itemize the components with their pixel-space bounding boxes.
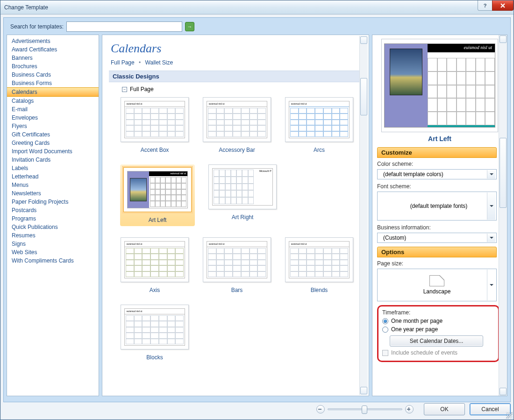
section-customize: Customize (377, 147, 497, 158)
color-scheme-combo[interactable]: (default template colors) (377, 169, 497, 179)
page-size-label: Page size: (377, 260, 497, 267)
sidebar-item-award-certificates[interactable]: Award Certificates (7, 45, 99, 54)
preview-header: euismod nisl ut (428, 44, 495, 52)
font-scheme-value: (default template fonts) (410, 203, 468, 209)
dialog-body: Search for templates: AdvertisementsAwar… (3, 17, 511, 402)
zoom-out-icon[interactable] (316, 405, 325, 413)
template-caption: Art Right (232, 214, 254, 221)
sidebar-item-advertisements[interactable]: Advertisements (7, 37, 99, 45)
template-blocks[interactable]: euismod nisl utBlocks (120, 305, 189, 361)
color-scheme-value: (default template colors) (383, 171, 443, 178)
subtype-fullpage[interactable]: Full Page (111, 59, 135, 66)
template-axis[interactable]: euismod nisl utAxis (120, 237, 189, 293)
collapse-minus-icon: − (122, 87, 127, 92)
zoom-slider[interactable] (328, 408, 402, 410)
sidebar-item-web-sites[interactable]: Web Sites (7, 248, 99, 256)
sidebar-item-newsletters[interactable]: Newsletters (7, 189, 99, 198)
sidebar-item-business-forms[interactable]: Business Forms (7, 79, 99, 87)
radio-month-per-page[interactable]: One month per page (382, 318, 494, 324)
preview-box: euismod nisl ut (381, 39, 498, 132)
sidebar-item-labels[interactable]: Labels (7, 164, 99, 172)
search-go-button[interactable] (185, 22, 194, 31)
help-button[interactable] (478, 0, 493, 11)
sidebar-item-envelopes[interactable]: Envelopes (7, 114, 99, 122)
sidebar-item-import-word-documents[interactable]: Import Word Documents (7, 147, 99, 156)
font-scheme-label: Font scheme: (377, 183, 497, 190)
sidebar-item-invitation-cards[interactable]: Invitation Cards (7, 156, 99, 164)
template-caption: Blends (311, 287, 328, 293)
template-caption: Arcs (314, 147, 325, 153)
sidebar-item-menus[interactable]: Menus (7, 181, 99, 189)
chevron-down-icon (487, 234, 495, 242)
preview-thumbnail: euismod nisl ut (384, 43, 495, 128)
sidebar-item-calendars[interactable]: Calendars (7, 87, 99, 97)
color-scheme-label: Color scheme: (377, 161, 497, 167)
resize-grip-icon[interactable] (506, 412, 513, 419)
template-accent-box[interactable]: euismod nisl utAccent Box (120, 97, 189, 153)
chevron-down-icon (487, 170, 495, 178)
template-art-left[interactable]: euismod nisl utArt Left (120, 164, 195, 226)
sidebar-item-brochures[interactable]: Brochures (7, 62, 99, 71)
chevron-down-icon (487, 192, 495, 220)
template-art-right[interactable]: Microsoft ITArt Right (208, 164, 277, 226)
sidebar-item-signs[interactable]: Signs (7, 240, 99, 248)
sidebar-item-resumes[interactable]: Resumes (7, 231, 99, 240)
cancel-button[interactable]: Cancel (470, 403, 511, 415)
window-title: Change Template (4, 4, 48, 11)
radio-icon (382, 327, 388, 333)
preview-title: Art Left (377, 135, 502, 142)
business-info-label: Business information: (377, 224, 497, 231)
radio-year-per-page[interactable]: One year per page (382, 326, 494, 333)
sidebar-item-letterhead[interactable]: Letterhead (7, 172, 99, 181)
thumbnail-grid: euismod nisl utAccent Boxeuismod nisl ut… (120, 97, 354, 361)
category-sidebar: AdvertisementsAward CertificatesBannersB… (7, 35, 99, 396)
sidebar-item-banners[interactable]: Banners (7, 54, 99, 62)
section-options: Options (377, 247, 497, 257)
sidebar-item-with-compliments-cards[interactable]: With Compliments Cards (7, 256, 99, 265)
template-accessory-bar[interactable]: euismod nisl utAccessory Bar (202, 97, 271, 153)
checkbox-label: Include schedule of events (391, 349, 457, 356)
template-blends[interactable]: euismod nisl utBlends (285, 237, 354, 293)
template-bars[interactable]: euismod nisl utBars (202, 237, 271, 293)
page-size-combo[interactable]: Landscape (377, 269, 497, 301)
gallery-scrollbar[interactable] (359, 36, 368, 395)
font-scheme-combo[interactable]: (default template fonts) (377, 192, 497, 221)
window-buttons (478, 0, 514, 11)
template-arcs[interactable]: euismod nisl utArcs (285, 97, 354, 153)
section-classic-designs: Classic Designs (109, 71, 362, 82)
right-panel: euismod nisl ut Art Left Customize Color… (372, 35, 507, 396)
titlebar: Change Template (0, 0, 514, 14)
zoom-in-icon[interactable] (405, 405, 414, 413)
close-button[interactable] (492, 0, 514, 11)
sidebar-item-greeting-cards[interactable]: Greeting Cards (7, 139, 99, 147)
radio-icon (382, 318, 388, 324)
search-input[interactable] (66, 21, 182, 32)
sidebar-item-e-mail[interactable]: E-mail (7, 105, 99, 114)
sidebar-item-programs[interactable]: Programs (7, 214, 99, 223)
include-schedule-check[interactable]: Include schedule of events (382, 349, 494, 356)
gallery-title: Calendars (111, 42, 360, 56)
group-label: Full Page (130, 86, 154, 93)
sidebar-item-quick-publications[interactable]: Quick Publications (7, 223, 99, 231)
sidebar-item-postcards[interactable]: Postcards (7, 206, 99, 214)
sidebar-item-paper-folding-projects[interactable]: Paper Folding Projects (7, 198, 99, 206)
subtype-divider-icon: • (139, 59, 141, 66)
rightpanel-scrollbar[interactable] (499, 35, 507, 396)
sidebar-item-gift-certificates[interactable]: Gift Certificates (7, 130, 99, 139)
sidebar-item-catalogs[interactable]: Catalogs (7, 97, 99, 105)
sidebar-item-flyers[interactable]: Flyers (7, 122, 99, 130)
change-template-dialog: Change Template Search for templates: Ad… (0, 0, 514, 420)
radio-label: One year per page (391, 326, 438, 333)
ok-button[interactable]: OK (424, 403, 465, 415)
template-caption: Axis (150, 287, 160, 293)
sidebar-item-business-cards[interactable]: Business Cards (7, 71, 99, 79)
set-calendar-dates-button[interactable]: Set Calendar Dates... (390, 335, 483, 347)
template-caption: Bars (231, 287, 243, 293)
timeframe-label: Timeframe: (382, 309, 502, 316)
subtype-wallet[interactable]: Wallet Size (145, 59, 173, 66)
business-info-combo[interactable]: (Custom) (377, 233, 497, 243)
business-info-value: (Custom) (383, 235, 406, 241)
group-full-page[interactable]: − Full Page (122, 86, 349, 93)
page-size-value: Landscape (423, 288, 451, 295)
search-label: Search for templates: (10, 23, 64, 30)
